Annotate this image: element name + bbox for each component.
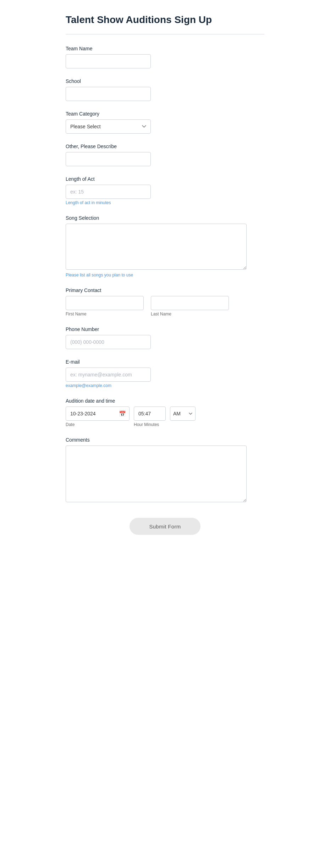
school-input[interactable]	[66, 87, 151, 101]
song-selection-label: Song Selection	[66, 215, 264, 221]
date-input-wrapper: 📅	[66, 407, 130, 421]
date-input[interactable]	[66, 407, 130, 421]
team-category-group: Team Category Please Select Dance Singin…	[66, 111, 264, 134]
page-title: Talent Show Auditions Sign Up	[66, 14, 264, 26]
email-group: E-mail example@example.com	[66, 359, 264, 388]
team-name-input[interactable]	[66, 54, 151, 68]
audition-datetime-label: Audition date and time	[66, 398, 264, 404]
team-category-select[interactable]: Please Select Dance Singing Comedy Instr…	[66, 119, 151, 134]
other-describe-input[interactable]	[66, 152, 151, 166]
primary-contact-label: Primary Contact	[66, 287, 264, 293]
email-label: E-mail	[66, 359, 264, 365]
time-sublabel: Hour Minutes	[134, 422, 159, 427]
length-of-act-hint: Length of act in minutes	[66, 200, 264, 205]
length-of-act-label: Length of Act	[66, 176, 264, 182]
phone-label: Phone Number	[66, 326, 264, 332]
length-of-act-input[interactable]	[66, 185, 151, 199]
first-name-sublabel: First Name	[66, 312, 144, 317]
other-describe-group: Other, Please Describe	[66, 144, 264, 166]
primary-contact-row: First Name Last Name	[66, 296, 264, 317]
team-name-label: Team Name	[66, 46, 264, 51]
team-category-label: Team Category	[66, 111, 264, 117]
phone-group: Phone Number	[66, 326, 264, 349]
comments-textarea[interactable]	[66, 446, 247, 502]
last-name-input[interactable]	[151, 296, 229, 310]
school-group: School	[66, 78, 264, 101]
primary-contact-group: Primary Contact First Name Last Name	[66, 287, 264, 317]
date-sublabel: Date	[66, 422, 130, 427]
first-name-col: First Name	[66, 296, 144, 317]
time-input[interactable]	[134, 407, 166, 421]
header-divider	[66, 34, 264, 34]
last-name-col: Last Name	[151, 296, 229, 317]
email-hint: example@example.com	[66, 383, 264, 388]
comments-group: Comments	[66, 437, 264, 504]
length-of-act-group: Length of Act Length of act in minutes	[66, 176, 264, 205]
song-selection-hint: Please list all songs you plan to use	[66, 273, 264, 278]
team-name-group: Team Name	[66, 46, 264, 68]
date-time-labels: Date Hour Minutes	[66, 422, 264, 427]
first-name-input[interactable]	[66, 296, 144, 310]
ampm-select[interactable]: AM PM	[170, 407, 196, 421]
date-time-row: 📅 AM PM	[66, 407, 264, 421]
email-input[interactable]	[66, 368, 151, 382]
submit-button[interactable]: Submit Form	[130, 518, 200, 535]
last-name-sublabel: Last Name	[151, 312, 229, 317]
song-selection-group: Song Selection Please list all songs you…	[66, 215, 264, 278]
phone-input[interactable]	[66, 335, 151, 349]
school-label: School	[66, 78, 264, 84]
audition-datetime-group: Audition date and time 📅 AM PM Date Hour…	[66, 398, 264, 427]
comments-label: Comments	[66, 437, 264, 443]
other-describe-label: Other, Please Describe	[66, 144, 264, 149]
song-selection-textarea[interactable]	[66, 224, 247, 270]
